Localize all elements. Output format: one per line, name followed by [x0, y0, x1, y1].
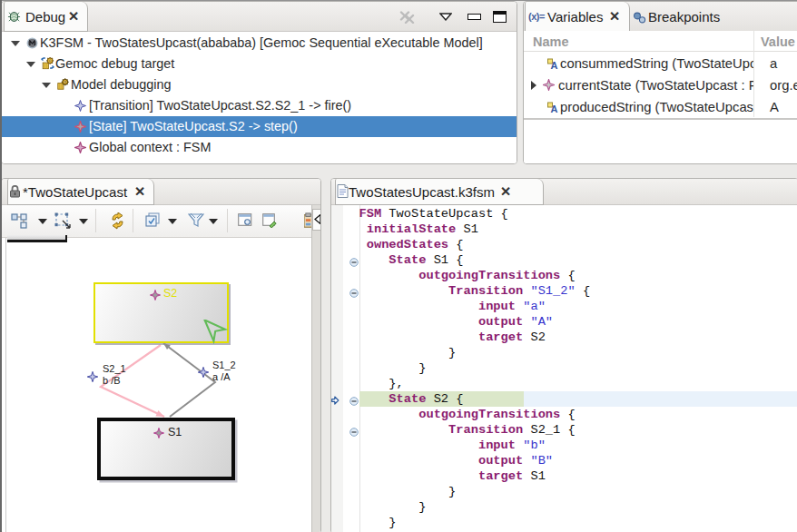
svg-text:A: A — [551, 103, 558, 113]
svg-text:A: A — [551, 60, 558, 70]
